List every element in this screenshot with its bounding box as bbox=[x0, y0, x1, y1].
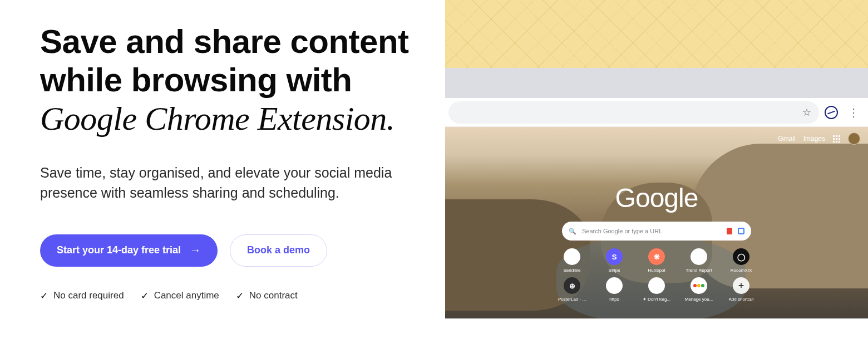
shortcut-label: Sendible bbox=[563, 268, 580, 273]
url-bar: ☆ ⋮ bbox=[445, 98, 868, 127]
browser-mock: ☆ ⋮ Gmail Images Google 🔍 Search Google … bbox=[445, 0, 868, 358]
shortcut-manage[interactable]: Manage you... bbox=[682, 277, 716, 302]
shortcut-stripe[interactable]: S Stripe bbox=[598, 248, 631, 273]
shortcuts-grid: Sendible S Stripe ❋ HubSpot Trend Report… bbox=[555, 248, 758, 302]
shortcut-https[interactable]: https bbox=[598, 277, 631, 302]
shortcut-icon: S bbox=[606, 248, 623, 265]
search-placeholder: Search Google or type a URL bbox=[582, 228, 721, 234]
shortcut-icon: ⊕ bbox=[564, 277, 580, 294]
headline-italic: Google Chrome Extension bbox=[40, 100, 387, 137]
tab-strip bbox=[445, 68, 868, 98]
shortcut-icon: ◯ bbox=[733, 248, 749, 265]
shortcut-label: ✦ Don't forg... bbox=[643, 297, 670, 302]
shortcut-icon bbox=[648, 277, 665, 294]
avatar[interactable] bbox=[848, 133, 860, 145]
cta-row: Start your 14-day free trial → Book a de… bbox=[40, 234, 445, 267]
shortcut-label: HubSpot bbox=[648, 268, 665, 273]
headline-line2: while browsing with bbox=[40, 61, 352, 99]
shortcut-trend-report[interactable]: Trend Report bbox=[682, 248, 716, 273]
start-trial-button[interactable]: Start your 14-day free trial → bbox=[40, 234, 218, 267]
book-demo-button[interactable]: Book a demo bbox=[230, 234, 327, 267]
shortcut-icon bbox=[606, 277, 623, 294]
check-icon: ✓ bbox=[141, 290, 149, 302]
apps-grid-icon[interactable] bbox=[833, 135, 840, 143]
arrow-right-icon: → bbox=[190, 244, 201, 257]
shortcut-add[interactable]: + Add shortcut bbox=[724, 277, 758, 302]
mic-icon[interactable] bbox=[727, 228, 732, 234]
google-logo: Google bbox=[615, 183, 698, 213]
shortcut-icon: ❋ bbox=[648, 248, 665, 265]
shortcut-label: PosterLad - ... bbox=[558, 297, 586, 302]
feature-label: No card required bbox=[53, 290, 124, 301]
ntp-top-links: Gmail Images bbox=[778, 133, 860, 145]
shortcut-dontforget[interactable]: ✦ Don't forg... bbox=[640, 277, 673, 302]
shortcut-icon bbox=[691, 277, 707, 294]
shortcut-rooomxix[interactable]: ◯ RooomXIX bbox=[724, 248, 758, 273]
feature-no-card: ✓ No card required bbox=[40, 290, 124, 302]
feature-cancel: ✓ Cancel anytime bbox=[141, 290, 219, 302]
gmail-link[interactable]: Gmail bbox=[778, 135, 795, 143]
search-icon: 🔍 bbox=[569, 228, 576, 235]
hero-headline: Save and share content while browsing wi… bbox=[40, 22, 445, 138]
omnibox[interactable]: ☆ bbox=[448, 101, 819, 124]
kebab-menu-icon[interactable]: ⋮ bbox=[848, 109, 858, 116]
shortcut-sendible[interactable]: Sendible bbox=[555, 248, 589, 273]
shortcut-label: https bbox=[609, 297, 619, 302]
check-icon: ✓ bbox=[236, 290, 244, 302]
headline-line1: Save and share content bbox=[40, 23, 409, 60]
headline-period: . bbox=[387, 100, 395, 137]
book-demo-label: Book a demo bbox=[247, 244, 310, 256]
plus-icon: + bbox=[733, 277, 749, 294]
decorative-pattern bbox=[445, 0, 868, 68]
feature-label: Cancel anytime bbox=[154, 290, 219, 301]
shortcut-label: Stripe bbox=[609, 268, 620, 273]
feature-label: No contract bbox=[249, 290, 298, 301]
new-tab-page: Gmail Images Google 🔍 Search Google or t… bbox=[445, 127, 868, 318]
images-link[interactable]: Images bbox=[803, 135, 825, 143]
shortcut-label: Trend Report bbox=[686, 268, 712, 273]
shortcut-icon bbox=[564, 248, 580, 265]
shortcut-label: Manage you... bbox=[685, 297, 713, 302]
hero-subtext: Save time, stay organised, and elevate y… bbox=[40, 163, 441, 203]
start-trial-label: Start your 14-day free trial bbox=[57, 244, 181, 256]
shortcut-icon bbox=[691, 248, 707, 265]
sendible-extension-icon[interactable] bbox=[825, 106, 838, 119]
feature-row: ✓ No card required ✓ Cancel anytime ✓ No… bbox=[40, 290, 445, 302]
shortcut-label: Add shortcut bbox=[729, 297, 754, 302]
shortcut-hubspot[interactable]: ❋ HubSpot bbox=[640, 248, 673, 273]
check-icon: ✓ bbox=[40, 290, 48, 302]
lens-icon[interactable] bbox=[738, 228, 744, 234]
star-icon[interactable]: ☆ bbox=[802, 106, 811, 119]
shortcut-label: RooomXIX bbox=[731, 268, 752, 273]
shortcut-posterlad[interactable]: ⊕ PosterLad - ... bbox=[555, 277, 589, 302]
feature-no-contract: ✓ No contract bbox=[236, 290, 298, 302]
search-input[interactable]: 🔍 Search Google or type a URL bbox=[562, 222, 751, 241]
